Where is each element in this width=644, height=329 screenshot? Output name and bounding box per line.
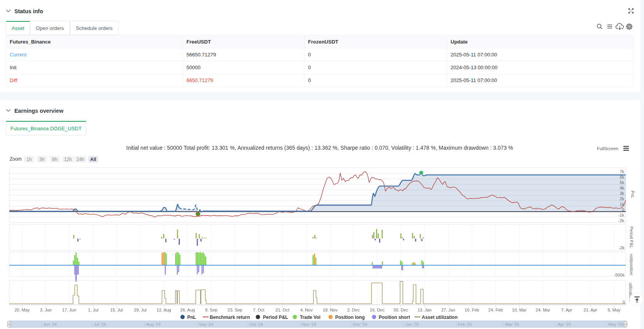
svg-text:Feb '25: Feb '25 — [458, 322, 472, 327]
svg-text:21. Oct: 21. Oct — [275, 308, 289, 312]
svg-text:29. Jul: 29. Jul — [134, 308, 146, 312]
svg-text:30. Dec: 30. Dec — [393, 308, 408, 312]
svg-text:5k: 5k — [620, 180, 624, 185]
svg-text:0: 0 — [622, 207, 624, 212]
svg-text:17. Jun: 17. Jun — [62, 308, 76, 312]
svg-text:Trade Vol: Trade Vol — [300, 315, 320, 320]
svg-text:Oct '24: Oct '24 — [249, 322, 263, 327]
svg-text:23. Sep: 23. Sep — [228, 308, 242, 312]
svg-text:-2k: -2k — [619, 245, 625, 250]
svg-text:Period P&L: Period P&L — [629, 226, 634, 248]
svg-text:Sep '24: Sep '24 — [199, 322, 213, 327]
svg-text:6k: 6k — [620, 175, 624, 179]
svg-text:7. Oct: 7. Oct — [253, 308, 264, 312]
svg-text:Jun '24: Jun '24 — [43, 322, 57, 327]
svg-text:12h: 12h — [64, 157, 72, 162]
svg-text:Dec '24: Dec '24 — [353, 322, 367, 327]
svg-text:21. Apr: 21. Apr — [584, 308, 597, 312]
svg-text:Initial net value : 50000 Tota: Initial net value : 50000 Total profit: … — [126, 145, 513, 151]
svg-text:Jan '25: Jan '25 — [405, 322, 419, 327]
svg-text:-500k: -500k — [614, 273, 625, 277]
svg-text:24h: 24h — [77, 157, 84, 162]
svg-text:2k: 2k — [620, 196, 624, 201]
svg-text:5. May: 5. May — [607, 308, 621, 312]
svg-text:Zoom: Zoom — [10, 156, 22, 162]
svg-text:7. Apr: 7. Apr — [561, 308, 573, 312]
svg-text:Asset utilization: Asset utilization — [422, 315, 458, 320]
svg-text:18. Nov: 18. Nov — [323, 308, 338, 312]
svg-text:3h: 3h — [39, 157, 44, 162]
svg-text:24. Feb: 24. Feb — [488, 308, 503, 312]
svg-text:4. Nov: 4. Nov — [300, 308, 313, 312]
svg-text:Period P&L: Period P&L — [263, 315, 288, 320]
svg-text:vol/position: vol/position — [629, 254, 634, 275]
svg-text:8h: 8h — [52, 157, 57, 162]
svg-text:FullScreen: FullScreen — [597, 146, 618, 151]
svg-text:24. Mar: 24. Mar — [536, 308, 550, 312]
svg-text:2. Dec: 2. Dec — [347, 308, 360, 312]
svg-text:1. Jul: 1. Jul — [88, 308, 98, 312]
svg-text:10. Mar: 10. Mar — [512, 308, 527, 312]
svg-text:4k: 4k — [620, 186, 624, 190]
svg-text:PnL: PnL — [187, 315, 196, 320]
svg-text:9. Sep: 9. Sep — [205, 308, 218, 312]
svg-text:Benchmark return: Benchmark return — [210, 315, 250, 320]
svg-text:3k: 3k — [620, 191, 624, 196]
svg-text:All: All — [90, 157, 96, 162]
svg-text:Aug '24: Aug '24 — [146, 322, 161, 327]
svg-text:16. Dec: 16. Dec — [370, 308, 385, 312]
svg-text:15. Jul: 15. Jul — [110, 308, 123, 312]
svg-text:Jul '24: Jul '24 — [94, 322, 106, 327]
svg-text:1k: 1k — [620, 202, 624, 206]
svg-text:13. Jan: 13. Jan — [418, 308, 432, 312]
svg-text:20. May: 20. May — [14, 308, 30, 312]
svg-text:10. Feb: 10. Feb — [465, 308, 479, 312]
svg-text:12. Aug: 12. Aug — [157, 308, 171, 312]
svg-text:26. Aug: 26. Aug — [180, 308, 195, 312]
svg-text:PnL: PnL — [630, 191, 635, 198]
svg-text:Position short: Position short — [379, 315, 410, 320]
svg-text:0: 0 — [623, 300, 625, 304]
svg-text:1h: 1h — [26, 157, 31, 162]
svg-text:Mar '25: Mar '25 — [505, 322, 519, 327]
svg-text:Nov '24: Nov '24 — [302, 322, 317, 327]
svg-text:Apr '25: Apr '25 — [558, 322, 571, 327]
svg-text:7k: 7k — [620, 169, 624, 174]
svg-text:3. Jun: 3. Jun — [40, 308, 52, 312]
svg-text:-1k: -1k — [618, 213, 625, 217]
svg-text:-2k: -2k — [618, 218, 625, 223]
svg-text:27. Jan: 27. Jan — [441, 308, 455, 312]
svg-text:Position long: Position long — [335, 315, 365, 320]
svg-text:May '25: May '25 — [608, 322, 623, 327]
